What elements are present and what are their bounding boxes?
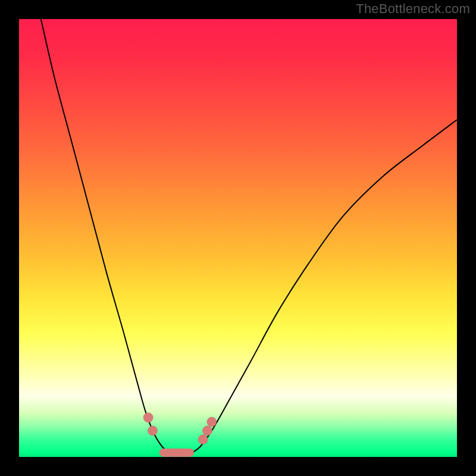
- svg-point-2: [198, 435, 208, 444]
- chart-frame: TheBottleneck.com: [0, 0, 476, 476]
- svg-point-4: [207, 417, 217, 427]
- plot-area: [19, 19, 457, 457]
- svg-point-3: [202, 426, 212, 436]
- svg-point-0: [143, 413, 153, 422]
- bottleneck-curve-svg: [19, 19, 457, 457]
- svg-point-1: [148, 426, 157, 436]
- bottleneck-curve: [41, 19, 457, 456]
- watermark-text: TheBottleneck.com: [356, 1, 470, 17]
- near-optimal-dots: [143, 413, 217, 453]
